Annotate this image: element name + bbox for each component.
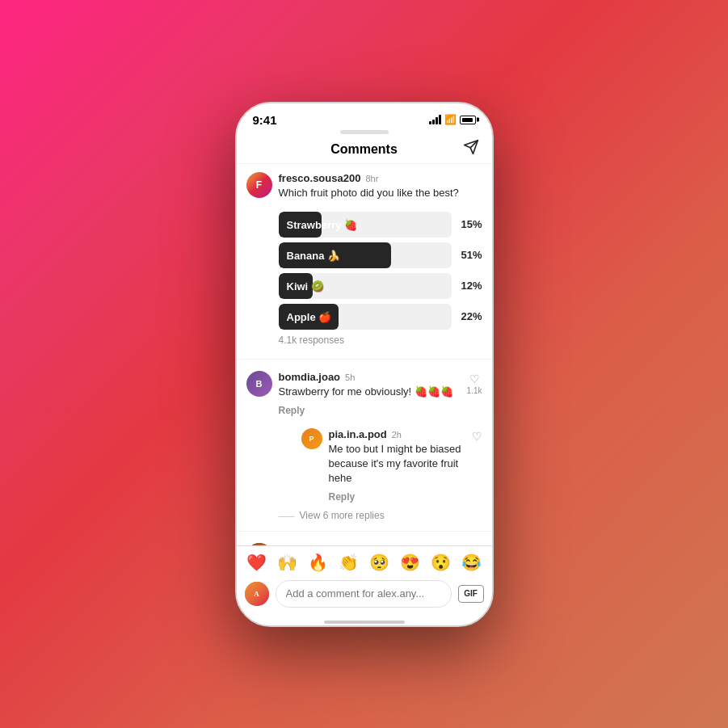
pia-like[interactable]: ♡ (472, 428, 482, 504)
send-icon[interactable] (463, 139, 479, 159)
pia-meta: pia.in.a.pod 2h (329, 428, 465, 440)
poll-label-apple: Apple 🍎 (287, 310, 332, 322)
poll-percent-banana: 51% (458, 249, 482, 261)
notch-pill (340, 130, 389, 134)
emoji-heart-eyes[interactable]: 😍 (400, 553, 420, 572)
poll-comment-meta: fresco.sousa200 8hr (279, 172, 482, 184)
heart-icon-pia: ♡ (472, 430, 482, 443)
scroll-content: F fresco.sousa200 8hr Which fruit photo … (237, 164, 492, 549)
avatar-pia: P (301, 428, 322, 449)
poll-bar-kiwi: Kiwi 🥝 (279, 273, 452, 299)
poll-option-strawberry[interactable]: Strawberry 🍓 15% (279, 212, 482, 238)
comment-bomdia: B bomdia.joao 5h Strawberry for me obvio… (237, 363, 492, 420)
status-time: 9:41 (253, 113, 277, 127)
poll-responses: 4.1k responses (279, 335, 482, 346)
emoji-fire[interactable]: 🔥 (308, 553, 328, 572)
wifi-icon: 📶 (444, 114, 457, 125)
comments-title: Comments (330, 142, 398, 157)
poll-comment-body: fresco.sousa200 8hr Which fruit photo di… (279, 172, 482, 204)
bottom-bar: ❤️ 🙌 🔥 👏 🥺 😍 😯 😂 A GIF (237, 545, 492, 625)
bomdia-username: bomdia.joao (279, 371, 341, 383)
poll-options: Strawberry 🍓 15% Banana 🍌 51% Kiwi 🥝 12% (237, 207, 492, 356)
comments-header: Comments (237, 136, 492, 164)
home-bar (324, 621, 405, 624)
poll-percent-apple: 22% (458, 310, 482, 322)
status-icons: 📶 (429, 114, 476, 125)
signal-icon (429, 115, 441, 124)
emoji-heart[interactable]: ❤️ (246, 553, 267, 572)
emoji-laughing[interactable]: 😂 (461, 553, 482, 572)
emoji-row: ❤️ 🙌 🔥 👏 🥺 😍 😯 😂 (237, 546, 492, 575)
bomdia-body: bomdia.joao 5h Strawberry for me obvious… (279, 371, 461, 417)
phone-frame: 9:41 📶 Comments F (235, 102, 494, 627)
battery-icon (460, 116, 476, 124)
poll-option-apple[interactable]: Apple 🍎 22% (279, 304, 482, 330)
emoji-hushed[interactable]: 😯 (431, 553, 451, 572)
pia-username: pia.in.a.pod (329, 428, 387, 440)
poll-option-kiwi[interactable]: Kiwi 🥝 12% (279, 273, 482, 299)
view-more-replies[interactable]: View 6 more replies (279, 507, 492, 528)
poll-bar-strawberry: Strawberry 🍓 (279, 212, 452, 238)
poll-percent-strawberry: 15% (458, 218, 482, 230)
pia-text: Me too but I might be biased because it'… (329, 442, 465, 486)
avatar-bomdia: B (246, 371, 272, 397)
poll-label-strawberry: Strawberry 🍓 (287, 218, 358, 230)
pia-body: pia.in.a.pod 2h Me too but I might be bi… (329, 428, 465, 504)
input-avatar: A (245, 582, 269, 606)
reply-pia: P pia.in.a.pod 2h Me too but I might be … (269, 420, 492, 507)
emoji-pleading[interactable]: 🥺 (369, 553, 389, 572)
poll-option-banana[interactable]: Banana 🍌 51% (279, 242, 482, 268)
avatar-fresco: F (246, 172, 272, 198)
bomdia-meta: bomdia.joao 5h (279, 371, 461, 383)
poll-username: fresco.sousa200 (279, 172, 361, 184)
poll-bar-banana: Banana 🍌 (279, 242, 452, 268)
poll-percent-kiwi: 12% (458, 280, 482, 292)
poll-bar-apple: Apple 🍎 (279, 304, 452, 330)
home-indicator (237, 617, 492, 625)
bomdia-time: 5h (345, 372, 355, 382)
pia-reply-btn[interactable]: Reply (329, 491, 356, 503)
view-more-text: View 6 more replies (300, 510, 385, 521)
bomdia-text: Strawberry for me obviously! 🍓🍓🍓 (279, 385, 461, 399)
status-bar: 9:41 📶 (237, 103, 492, 130)
comment-input[interactable] (276, 580, 452, 608)
poll-question: Which fruit photo did you like the best? (279, 186, 482, 200)
section-divider-2 (237, 531, 492, 532)
bomdia-reply-btn[interactable]: Reply (279, 405, 305, 416)
gif-button[interactable]: GIF (458, 585, 484, 603)
poll-comment: F fresco.sousa200 8hr Which fruit photo … (237, 164, 492, 207)
poll-label-kiwi: Kiwi 🥝 (287, 280, 324, 292)
pia-time: 2h (392, 430, 402, 440)
emoji-raised-hands[interactable]: 🙌 (277, 553, 297, 572)
poll-time: 8hr (365, 174, 378, 183)
bomdia-like-count: 1.1k (467, 386, 482, 395)
section-divider-1 (237, 359, 492, 360)
comment-input-row: A GIF (237, 575, 492, 617)
heart-icon-bomdia: ♡ (469, 372, 480, 385)
bomdia-like[interactable]: ♡ 1.1k (467, 371, 482, 417)
notch-area (237, 130, 492, 134)
poll-label-banana: Banana 🍌 (287, 249, 341, 261)
emoji-clap[interactable]: 👏 (339, 553, 359, 572)
